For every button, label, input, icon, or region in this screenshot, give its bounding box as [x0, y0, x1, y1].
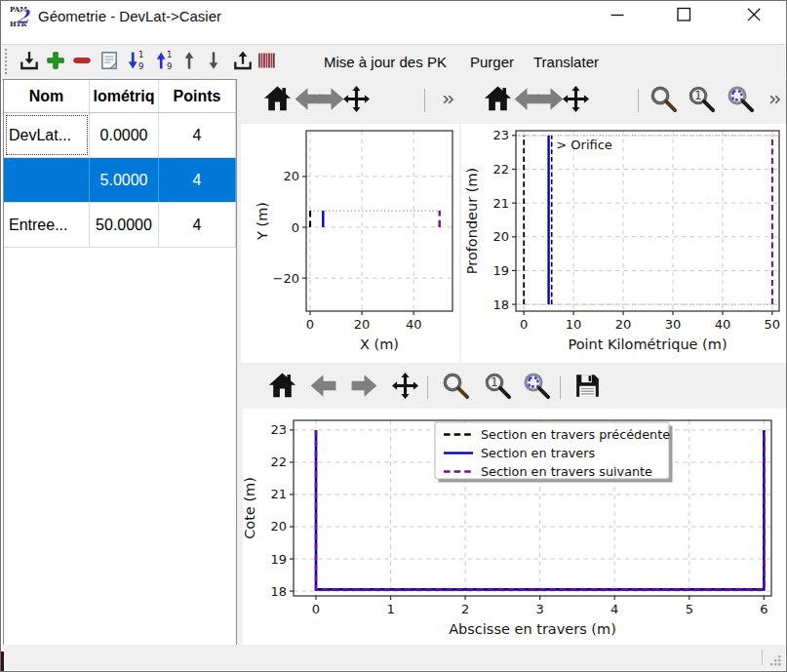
y-axis-label: Profondeur (m) — [464, 168, 480, 275]
zoom-one-icon: 1 — [687, 84, 717, 117]
fig2-overflow-button[interactable] — [766, 88, 783, 113]
duplicate-button[interactable] — [96, 48, 123, 75]
cell-points[interactable]: 4 — [159, 158, 236, 202]
overflow-icon — [765, 90, 784, 112]
minimize-button[interactable] — [595, 1, 640, 31]
zoom-icon — [441, 371, 471, 404]
svg-text:20: 20 — [492, 229, 509, 244]
plan-view-figure: 02040−20020X (m)Y (m) — [241, 124, 459, 363]
cell-nom[interactable]: DevLat... — [4, 113, 90, 157]
maximize-button[interactable] — [661, 1, 706, 31]
svg-text:0: 0 — [306, 317, 314, 332]
svg-text:3: 3 — [536, 602, 544, 616]
sort-descending-button[interactable]: 19 — [151, 48, 178, 75]
table-row[interactable]: 5.00004 — [4, 158, 236, 203]
sort-descending-icon: 19 — [153, 49, 177, 75]
close-icon — [742, 3, 766, 29]
table-row[interactable]: Entree...50.00004 — [4, 203, 236, 248]
svg-text:−20: −20 — [273, 271, 299, 286]
cell-points[interactable]: 4 — [159, 203, 236, 247]
cell-pk[interactable]: 5.0000 — [90, 158, 159, 202]
resize-grip[interactable] — [768, 653, 782, 667]
svg-text:18: 18 — [270, 584, 287, 599]
column-header-pk[interactable]: lométriq — [90, 80, 159, 112]
x-axis-label: Abscisse en travers (m) — [449, 621, 616, 637]
pan-icon — [390, 371, 420, 404]
delete-button[interactable] — [68, 48, 96, 75]
column-header-nom[interactable]: Nom — [4, 80, 90, 112]
purger-button[interactable]: Purger — [464, 48, 520, 75]
svg-text:23: 23 — [492, 128, 509, 142]
cross-section-figure: 0123456181920212223Abscisse en travers (… — [243, 409, 786, 646]
zoom-rect-icon — [726, 84, 756, 117]
fig2-zoom-rect-button[interactable] — [723, 83, 758, 118]
toolbar-drag-handle[interactable] — [5, 49, 10, 74]
fig2-zoom-button[interactable] — [646, 83, 681, 118]
fig3-forward-button[interactable] — [346, 370, 381, 405]
application-window: PAM HYR 2 Géometrie - DevLat->Casier Mis… — [0, 0, 787, 672]
x-axis-label: X (m) — [360, 336, 399, 352]
minus-icon — [70, 49, 94, 75]
svg-text:6: 6 — [760, 602, 767, 616]
close-button[interactable] — [731, 1, 776, 31]
cell-pk[interactable]: 0.0000 — [90, 113, 159, 157]
svg-text:20: 20 — [270, 519, 287, 534]
svg-text:1: 1 — [138, 50, 143, 59]
forward-icon — [349, 371, 379, 404]
move-up-button[interactable] — [176, 48, 203, 75]
x-axis-label: Point Kilométrique (m) — [568, 336, 727, 352]
fig3-zoom-one-button[interactable]: 1 — [480, 370, 515, 405]
svg-text:2: 2 — [16, 5, 31, 27]
fig3-zoom-rect-button[interactable] — [519, 370, 554, 405]
cross-section-chart[interactable]: 0123456181920212223Abscisse en travers (… — [243, 409, 786, 646]
svg-text:0: 0 — [312, 602, 320, 616]
sort-ascending-icon: 19 — [125, 49, 148, 75]
svg-text:22: 22 — [270, 455, 287, 469]
app-icon: PAM HYR 2 — [9, 4, 32, 27]
svg-text:21: 21 — [492, 196, 509, 211]
fig3-save-button[interactable] — [570, 370, 605, 405]
export-button[interactable] — [229, 48, 256, 75]
table-row[interactable]: DevLat...0.00004 — [4, 113, 236, 158]
svg-text:19: 19 — [270, 552, 287, 567]
y-axis-label: Cote (m) — [243, 477, 257, 539]
toolbar-separator — [638, 89, 639, 112]
add-button[interactable] — [42, 48, 69, 75]
longitudinal-profile-chart[interactable]: > Orifice01020304050181920212223Point Ki… — [461, 124, 786, 363]
cell-pk[interactable]: 50.0000 — [90, 203, 159, 247]
svg-text:40: 40 — [406, 317, 422, 332]
y-axis-label: Y (m) — [255, 202, 270, 241]
cell-nom[interactable]: Entree... — [4, 203, 90, 247]
svg-text:2: 2 — [461, 602, 469, 616]
update-pk-bars-button[interactable] — [254, 48, 281, 75]
zoom-one-icon: 1 — [483, 371, 513, 404]
cell-points[interactable]: 4 — [159, 113, 236, 157]
fig3-back-button[interactable] — [305, 370, 340, 405]
plus-icon — [44, 49, 67, 75]
svg-text:4: 4 — [610, 602, 618, 616]
svg-text:0: 0 — [520, 317, 528, 332]
import-button[interactable] — [16, 48, 43, 75]
fig3-pan-button[interactable] — [387, 370, 422, 405]
table-body: DevLat...0.000045.00004Entree...50.00004 — [4, 113, 236, 248]
column-header-points[interactable]: Points — [159, 80, 236, 112]
toolbar-separator — [427, 376, 428, 399]
fig2-pan-button[interactable] — [558, 83, 593, 118]
cell-nom[interactable] — [4, 158, 90, 202]
fig2-zoom-one-button[interactable]: 1 — [684, 83, 719, 118]
update-pk-button[interactable]: Mise à jour des PK — [318, 48, 453, 75]
sort-ascending-button[interactable]: 19 — [123, 48, 150, 75]
main-toolbar: Mise à jour des PK Purger Translater 191… — [2, 44, 785, 80]
longitudinal-profile-figure: > Orifice01020304050181920212223Point Ki… — [461, 124, 786, 363]
fig3-zoom-button[interactable] — [438, 370, 473, 405]
status-bar — [2, 645, 785, 670]
move-down-button[interactable] — [200, 48, 227, 75]
translater-button[interactable]: Translater — [528, 48, 605, 75]
svg-text:1: 1 — [167, 50, 172, 59]
plan-view-chart[interactable]: 02040−20020X (m)Y (m) — [241, 124, 459, 363]
svg-text:5: 5 — [686, 602, 693, 616]
title-bar[interactable]: PAM HYR 2 Géometrie - DevLat->Casier — [1, 1, 786, 31]
svg-text:0: 0 — [292, 220, 299, 235]
svg-text:40: 40 — [715, 317, 731, 332]
fig3-home-button[interactable] — [264, 370, 299, 405]
